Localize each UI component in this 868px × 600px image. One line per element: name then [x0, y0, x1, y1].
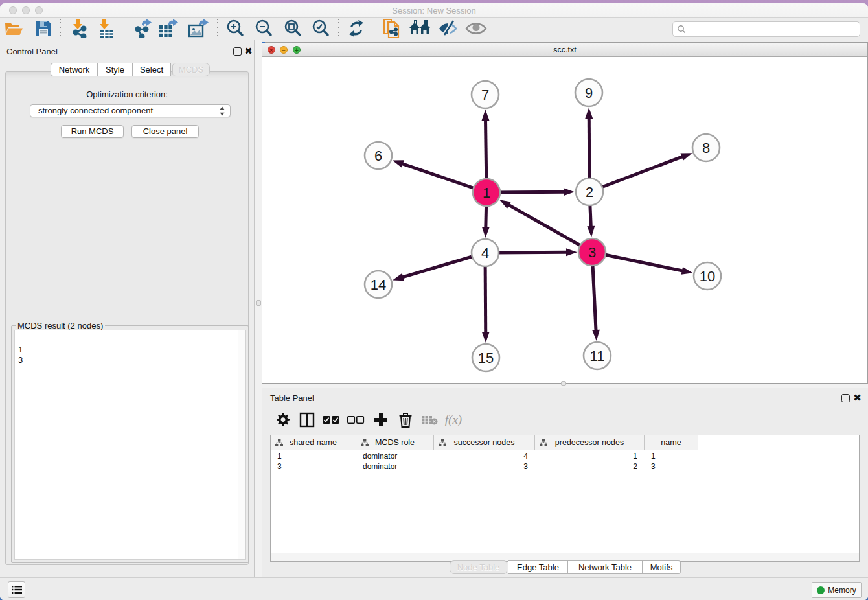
column-header-successor-nodes[interactable]: successor nodes [434, 435, 535, 450]
result-scrollbar[interactable] [238, 330, 245, 559]
table-cell[interactable]: 1 [271, 451, 356, 461]
graph-node-label-10: 10 [700, 268, 715, 284]
hide-graphics-details-button[interactable] [437, 19, 459, 38]
deselect-all-rows-button[interactable] [346, 411, 365, 428]
tab-network[interactable]: Network [51, 63, 98, 76]
control-panel-float-button[interactable] [233, 47, 242, 56]
horizontal-split-handle[interactable] [561, 381, 566, 386]
table-cell[interactable]: 3 [271, 461, 356, 472]
tab-network-table[interactable]: Network Table [568, 560, 643, 574]
optimization-criterion-label: Optimization criterion: [6, 89, 248, 99]
delete-table-button[interactable] [420, 411, 439, 428]
table-cell[interactable]: dominator [356, 461, 434, 472]
save-session-button[interactable] [32, 19, 54, 38]
graph-arrowhead-4-14 [393, 273, 404, 281]
vertical-split-divider[interactable] [255, 40, 262, 577]
table-row-2[interactable]: 3dominator323 [271, 461, 698, 472]
table-cell[interactable]: 2 [535, 461, 645, 472]
table-tabs: Node Table Edge Table Network Table Moti… [450, 560, 681, 574]
combo-arrows-icon [219, 106, 225, 116]
zoom-in-icon [225, 19, 245, 38]
column-header-predecessor-nodes[interactable]: predecessor nodes [535, 435, 645, 450]
column-header-MCDS-role[interactable]: MCDS role [356, 435, 434, 450]
toolbar-separator [217, 19, 218, 39]
vertical-split-handle[interactable] [256, 300, 261, 306]
import-network-button[interactable] [68, 19, 90, 38]
table-cell[interactable]: 1 [645, 451, 698, 461]
frame-maximize-button[interactable]: + [293, 46, 301, 54]
network-canvas[interactable]: 7968124314101511 [262, 57, 867, 383]
table-mode-button[interactable] [273, 411, 292, 428]
frame-minimize-button[interactable]: − [280, 46, 288, 54]
delete-columns-button[interactable] [396, 411, 415, 428]
open-folder-icon [4, 20, 23, 37]
tab-node-table[interactable]: Node Table [450, 560, 507, 574]
zoom-selected-button[interactable] [310, 19, 332, 38]
mcds-result-groupbox: MCDS result (2 nodes) 1 3 [11, 325, 249, 563]
graph-node-label-2: 2 [586, 184, 593, 200]
show-columns-button[interactable] [297, 411, 317, 428]
plus-icon [374, 413, 388, 427]
show-graphics-details-button[interactable] [465, 19, 487, 38]
graph-node-label-11: 11 [590, 348, 605, 364]
control-panel-title: Control Panel [6, 47, 58, 56]
table-cell[interactable]: 1 [535, 451, 645, 461]
control-panel-close-button[interactable]: ✖ [244, 47, 253, 56]
table-cell[interactable]: 3 [645, 461, 698, 472]
status-bar: Memory [0, 577, 868, 600]
column-header-shared-name[interactable]: shared name [271, 435, 356, 450]
unchecked-boxes-icon [347, 415, 365, 425]
function-builder-button[interactable]: f(x) [444, 411, 463, 428]
close-panel-button[interactable]: Close panel [131, 125, 199, 138]
mcds-tab-content: Optimization criterion: strongly connect… [5, 71, 249, 565]
frame-close-button[interactable]: ✕ [268, 46, 275, 54]
network-frame-titlebar[interactable]: scc.txt ✕ − + [262, 43, 867, 57]
graph-node-label-1: 1 [483, 185, 490, 201]
tab-style[interactable]: Style [98, 63, 133, 76]
tab-motifs[interactable]: Motifs [643, 560, 681, 574]
column-header-name[interactable]: name [645, 435, 698, 450]
export-network-button[interactable] [131, 19, 154, 38]
graph-edge-2-8[interactable] [589, 156, 683, 192]
export-table-icon [158, 19, 179, 38]
select-all-rows-button[interactable] [321, 411, 341, 428]
horizontal-split-divider[interactable] [262, 384, 868, 388]
table-panel-float-button[interactable] [841, 394, 850, 402]
duplicate-network-button[interactable] [381, 19, 403, 38]
table-row-1[interactable]: 1dominator411 [271, 451, 698, 461]
zoom-in-button[interactable] [224, 19, 246, 38]
table-panel: Table Panel ✖ [262, 388, 868, 577]
tab-edge-table[interactable]: Edge Table [508, 560, 568, 574]
zoom-fit-button[interactable] [282, 19, 304, 38]
mcds-result-textarea[interactable]: 1 3 [14, 330, 246, 560]
graph-arrowhead-2-8 [680, 153, 692, 161]
table-panel-close-button[interactable]: ✖ [853, 394, 862, 402]
home-button[interactable] [409, 19, 431, 38]
refresh-icon [347, 19, 366, 38]
apply-layout-button[interactable] [345, 19, 367, 38]
window-title: Session: New Session [0, 3, 868, 18]
table-cell[interactable]: 3 [434, 461, 535, 472]
export-table-button[interactable] [157, 19, 179, 38]
create-column-button[interactable] [371, 411, 391, 428]
graph-arrowhead-2-3 [587, 226, 595, 237]
graph-edge-3-1[interactable] [508, 205, 592, 252]
run-mcds-button[interactable]: Run MCDS [61, 125, 124, 138]
eye-icon [465, 21, 487, 36]
zoom-out-button[interactable] [253, 19, 275, 38]
import-table-button[interactable] [95, 19, 117, 38]
memory-button[interactable]: Memory [812, 582, 862, 598]
table-cell[interactable]: dominator [356, 451, 434, 461]
task-history-button[interactable] [8, 581, 25, 598]
search-input[interactable] [672, 21, 860, 37]
tab-mcds[interactable]: MCDS [172, 63, 210, 76]
criterion-select[interactable]: strongly connected component [30, 104, 231, 117]
export-image-button[interactable] [187, 19, 209, 38]
table-cell[interactable]: 4 [434, 451, 535, 461]
toolbar-separator [60, 19, 61, 39]
right-pane: scc.txt ✕ − + 7968124314101511 Table Pan… [262, 40, 868, 577]
graph-node-label-14: 14 [371, 277, 386, 293]
tab-select[interactable]: Select [133, 63, 171, 76]
graph-arrowhead-3-10 [681, 267, 693, 275]
open-session-button[interactable] [3, 19, 25, 38]
